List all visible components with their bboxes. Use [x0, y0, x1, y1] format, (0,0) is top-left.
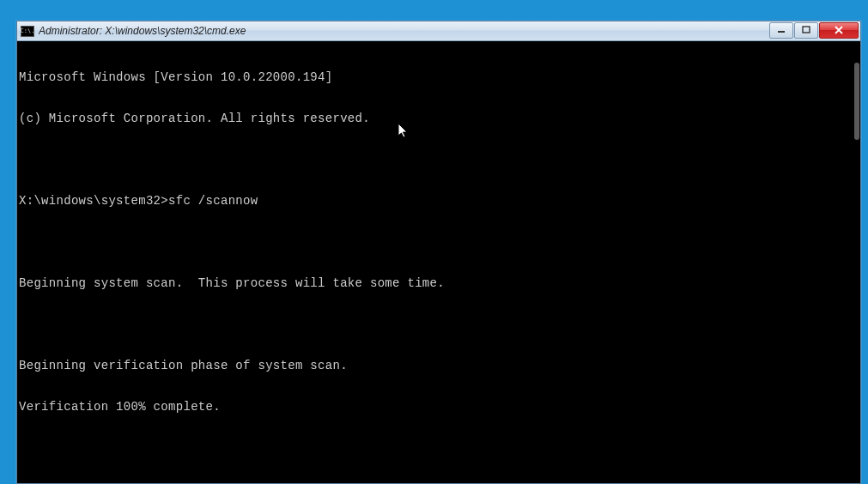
command-prompt-window: C:\. Administrator: X:\windows\system32\…: [16, 21, 861, 484]
output-line: [19, 235, 860, 249]
output-line: Microsoft Windows [Version 10.0.22000.19…: [19, 70, 860, 84]
terminal-output: Microsoft Windows [Version 10.0.22000.19…: [19, 43, 860, 483]
svg-rect-1: [803, 27, 810, 33]
output-line: Beginning verification phase of system s…: [19, 359, 860, 372]
output-line: [19, 441, 860, 455]
output-line: Beginning system scan. This process will…: [19, 276, 860, 290]
scrollbar-thumb[interactable]: [854, 63, 859, 140]
titlebar[interactable]: C:\. Administrator: X:\windows\system32\…: [17, 21, 860, 41]
terminal-body[interactable]: Microsoft Windows [Version 10.0.22000.19…: [17, 41, 860, 483]
close-icon: [834, 26, 844, 34]
minimize-icon: [777, 26, 786, 34]
output-line: Windows Resource Protection could not pe…: [19, 482, 860, 483]
window-controls: [769, 22, 859, 39]
output-line: Verification 100% complete.: [19, 400, 860, 414]
minimize-button[interactable]: [769, 22, 793, 39]
output-line: [19, 153, 860, 166]
output-line: (c) Microsoft Corporation. All rights re…: [19, 112, 860, 125]
output-line: X:\windows\system32>sfc /scannow: [19, 194, 860, 208]
window-title: Administrator: X:\windows\system32\cmd.e…: [39, 25, 769, 37]
svg-rect-0: [778, 31, 785, 33]
maximize-button[interactable]: [794, 22, 818, 39]
output-line: [19, 318, 860, 331]
close-button[interactable]: [819, 22, 859, 39]
maximize-icon: [802, 26, 810, 34]
cmd-icon: C:\.: [21, 26, 34, 37]
